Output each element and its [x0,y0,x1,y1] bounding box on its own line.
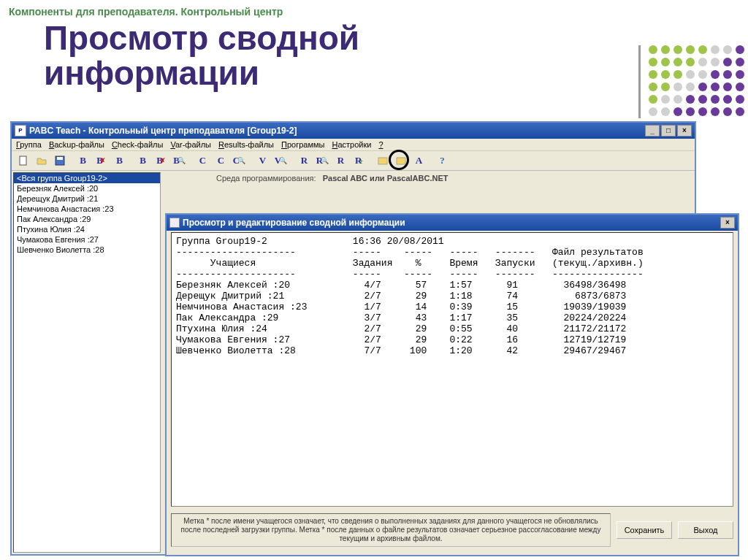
toolbar-Bx-button[interactable]: B✗ [153,153,169,169]
toolbar-b-export-button[interactable]: B✗ [93,153,110,169]
toolbar-B-button[interactable]: B [134,153,151,169]
toolbar: BB✗BBB✗B🔍CCC🔍VV🔍RR🔍RR+A? [12,151,695,171]
env-label: Среда программирования: [216,174,316,183]
menu-item[interactable]: Check-файлы [112,140,164,149]
toolbar-Cc-button[interactable]: C [213,153,229,169]
toolbar-Csearch-button[interactable]: C🔍 [231,153,248,169]
sidebar-item[interactable]: Чумакова Евгения :27 [14,234,160,245]
main-title: PABC Teach - Контрольный центр преподава… [29,126,297,136]
sidebar-item[interactable]: Птухина Юлия :24 [14,224,160,234]
title-line-2: информации [44,54,259,92]
sidebar-item-all[interactable]: <Вся группа Group19-2> [14,173,160,183]
toolbar-b-open-button[interactable]: B [75,153,91,169]
student-sidebar[interactable]: <Вся группа Group19-2>Березняк Алексей :… [13,172,161,553]
toolbar-b-refresh-button[interactable]: B [111,153,128,169]
toolbar-g1-button[interactable] [374,153,391,169]
summary-dialog: Просмотр и редактирование сводной информ… [165,213,739,556]
slide-breadcrumb: Компоненты для преподавателя. Контрольны… [0,0,748,18]
sidebar-item[interactable]: Пак Александра :29 [14,214,160,224]
menu-item[interactable]: Results-файлы [218,140,274,149]
toolbar-C-button[interactable]: C [194,153,211,169]
toolbar-save-button[interactable] [51,153,68,169]
exit-button[interactable]: Выход [678,521,733,539]
menu-item[interactable]: Программы [281,140,324,149]
sidebar-item[interactable]: Березняк Алексей :20 [14,183,160,193]
toolbar-help-button[interactable]: ? [434,153,451,169]
toolbar-g2-button[interactable] [392,153,409,169]
toolbar-new-button[interactable] [15,153,31,169]
svg-rect-3 [378,158,387,164]
dialog-icon [169,218,180,228]
toolbar-Bsearch-button[interactable]: B🔍 [171,153,188,169]
menu-item[interactable]: Backup-файлы [49,140,104,149]
sidebar-item[interactable]: Шевченко Виолетта :28 [14,245,160,255]
minimize-button[interactable]: _ [645,125,660,137]
toolbar-Vsearch-button[interactable]: V🔍 [272,153,289,169]
menu-item[interactable]: Группа [16,140,42,149]
menu-item[interactable]: ? [378,140,383,149]
menu-item[interactable]: Var-файлы [170,140,211,149]
dialog-close-button[interactable]: × [720,217,735,229]
toolbar-V-button[interactable]: V [254,153,271,169]
maximize-button[interactable]: □ [661,125,676,137]
app-icon: P [15,125,26,137]
sidebar-item[interactable]: Дерещук Дмитрий :21 [14,193,160,204]
menubar: ГруппаBackup-файлыCheck-файлыVar-файлыRe… [12,139,695,151]
toolbar-A-button[interactable]: A [411,153,427,169]
summary-textarea[interactable]: Группа Group19-2 16:36 20/08/2011 ------… [171,232,733,507]
toolbar-Rplus-button[interactable]: R+ [351,153,367,169]
sidebar-item[interactable]: Немчинова Анастасия :23 [14,204,160,214]
toolbar-R-button[interactable]: R [296,153,313,169]
title-line-1: Просмотр сводной [44,19,359,57]
svg-rect-0 [20,156,26,165]
hint-text: Метка * после имени учащегося означает, … [171,513,611,547]
svg-rect-2 [57,157,63,160]
slide-title: Просмотр сводной информации [0,18,748,91]
svg-rect-4 [397,158,405,164]
toolbar-open-button[interactable] [33,153,50,169]
close-button[interactable]: × [677,125,692,137]
save-button[interactable]: Сохранить [617,521,672,539]
decorative-divider [638,45,641,118]
dialog-title: Просмотр и редактирование сводной информ… [183,218,405,228]
env-label-row: Среда программирования: Pascal ABC или P… [216,174,448,183]
env-value: Pascal ABC или PascalABC.NET [323,174,449,183]
decorative-dots [649,45,746,118]
dialog-titlebar[interactable]: Просмотр и редактирование сводной информ… [167,215,738,231]
toolbar-Rp-button[interactable]: R [332,153,349,169]
main-titlebar[interactable]: P PABC Teach - Контрольный центр препода… [12,123,695,139]
toolbar-Rsearch-button[interactable]: R🔍 [314,153,331,169]
menu-item[interactable]: Настройки [332,140,371,149]
